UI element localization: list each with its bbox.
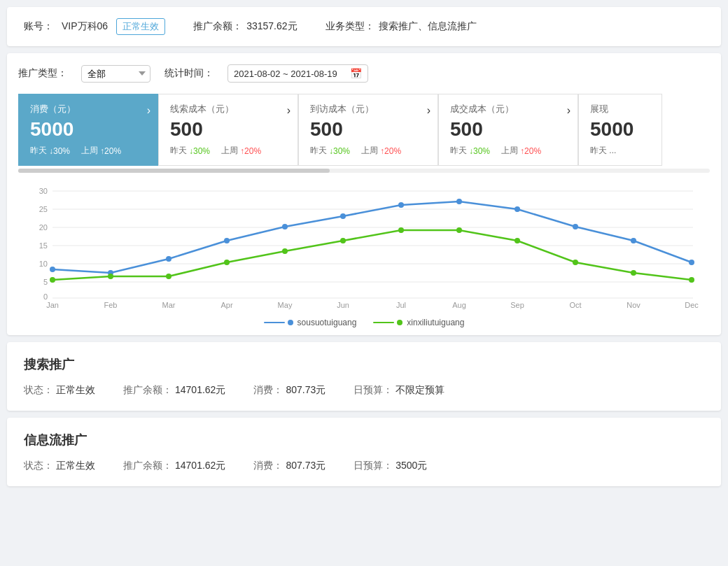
tile-arrow-lead-cost[interactable]: › — [287, 104, 290, 117]
tile-arrow-deal-cost[interactable]: › — [567, 104, 570, 117]
promo-type-label: 推广类型： — [18, 67, 67, 80]
chart-line-search — [52, 201, 692, 273]
biz-value: 搜索推广、信息流推广 — [379, 20, 477, 33]
search-promo-title: 搜索推广 — [24, 356, 704, 373]
chart-dot-search-oct — [573, 224, 578, 229]
stat-tile-impression[interactable]: 展现 5000 昨天 ... — [578, 94, 662, 166]
legend-item-search: sousuotuiguang — [264, 318, 357, 327]
chart-dot-info-mar — [166, 274, 172, 279]
date-input[interactable] — [234, 69, 346, 79]
chart-dot-search-dec — [689, 260, 694, 265]
chart-dot-info-apr — [224, 260, 230, 265]
account-balance-section: 推广余额： 33157.62元 — [193, 20, 297, 33]
info-promo-balance-value: 14701.62元 — [175, 460, 225, 472]
chart-dot-info-oct — [573, 260, 578, 265]
chart-dot-search-apr — [224, 238, 230, 243]
chart-dot-info-may — [282, 248, 288, 254]
legend-label-info: xinxiliutuiguang — [407, 318, 464, 327]
info-promo-budget-value: 3500元 — [396, 460, 427, 472]
svg-text:Apr: Apr — [220, 301, 232, 309]
search-promo-spend: 消费： 807.73元 — [253, 384, 326, 397]
search-promo-balance-value: 14701.62元 — [175, 384, 225, 397]
tile-compare-lead-cost: 昨天 ↓30% 上周 ↑20% — [170, 145, 286, 157]
legend-line-info — [373, 322, 394, 323]
svg-text:Aug: Aug — [452, 301, 466, 309]
chart-dot-search-jan — [50, 267, 55, 272]
account-card: 账号： VIP万科06 正常生效 推广余额： 33157.62元 业务类型： 搜… — [7, 7, 721, 46]
legend-line-search — [264, 322, 285, 323]
stat-tile-lead-cost[interactable]: 线索成本（元） › 500 昨天 ↓30% 上周 ↑20% — [158, 94, 298, 166]
info-promo-info-row: 状态： 正常生效 推广余额： 14701.62元 消费： 807.73元 日预算… — [24, 460, 704, 472]
search-promo-balance: 推广余额： 14701.62元 — [123, 384, 225, 397]
search-promo-info-row: 状态： 正常生效 推广余额： 14701.62元 消费： 807.73元 日预算… — [24, 384, 704, 397]
compare-week-deal: 上周 ↑20% — [501, 145, 541, 157]
biz-label: 业务类型： — [326, 20, 374, 33]
chart-dot-info-feb — [108, 274, 113, 279]
search-promo-card: 搜索推广 状态： 正常生效 推广余额： 14701.62元 消费： 807.73… — [7, 342, 721, 411]
stat-tile-spend[interactable]: 消费（元） › 5000 昨天 ↓30% 上周 ↑20% — [18, 94, 158, 166]
svg-text:10: 10 — [39, 260, 48, 268]
svg-text:Jan: Jan — [46, 301, 59, 309]
chart-dot-search-jul — [398, 202, 404, 208]
search-promo-status-label: 状态： — [24, 384, 53, 397]
search-promo-budget: 日预算： 不限定预算 — [354, 384, 444, 397]
svg-text:May: May — [278, 301, 293, 309]
stat-tile-deal-cost[interactable]: 成交成本（元） › 500 昨天 ↓30% 上周 ↑20% — [438, 94, 578, 166]
info-promo-status: 状态： 正常生效 — [24, 460, 95, 472]
info-promo-budget: 日预算： 3500元 — [354, 460, 427, 472]
search-promo-budget-value: 不限定预算 — [396, 384, 444, 397]
balance-value: 33157.62元 — [246, 20, 297, 33]
tile-value-spend: 5000 — [30, 118, 146, 141]
chart-dot-search-jun — [340, 213, 346, 219]
tile-compare-impression: 昨天 ... — [590, 145, 650, 157]
date-input-wrapper[interactable]: 📅 — [227, 64, 368, 83]
chart-dot-info-sep — [514, 238, 520, 243]
tiles-scrollbar[interactable] — [18, 169, 710, 173]
promo-type-select[interactable]: 全部 搜索推广 信息流推广 — [81, 65, 150, 83]
tile-label-lead-cost: 线索成本（元） — [170, 103, 286, 115]
tiles-scrollbar-thumb — [18, 169, 330, 173]
stat-tile-visit-cost[interactable]: 到访成本（元） › 500 昨天 ↓30% 上周 ↑20% — [298, 94, 438, 166]
chart-area: 30 25 20 15 10 5 0 Jan Feb Mar — [18, 184, 710, 324]
info-promo-title: 信息流推广 — [24, 432, 704, 448]
svg-text:Nov: Nov — [626, 301, 640, 309]
chart-dot-info-jul — [398, 227, 404, 233]
chart-dot-search-nov — [631, 238, 636, 243]
tile-label-deal-cost: 成交成本（元） — [450, 103, 566, 115]
compare-yesterday-imp: 昨天 ... — [590, 145, 616, 157]
search-promo-balance-label: 推广余额： — [123, 384, 172, 397]
compare-week-visit: 上周 ↑20% — [361, 145, 401, 157]
info-promo-status-value: 正常生效 — [56, 460, 95, 472]
tile-value-visit-cost: 500 — [310, 118, 426, 141]
chart-dot-info-jun — [340, 238, 346, 243]
account-name: VIP万科06 — [62, 20, 108, 33]
tile-compare-deal-cost: 昨天 ↓30% 上周 ↑20% — [450, 145, 566, 157]
tile-label-visit-cost: 到访成本（元） — [310, 103, 426, 115]
svg-text:Mar: Mar — [162, 301, 176, 309]
tile-arrow-spend[interactable]: › — [147, 104, 150, 117]
legend-dot-search — [288, 320, 293, 325]
svg-text:30: 30 — [39, 187, 48, 195]
compare-yesterday-visit: 昨天 ↓30% — [310, 145, 350, 157]
tile-arrow-visit-cost[interactable]: › — [427, 104, 430, 117]
status-badge: 正常生效 — [116, 18, 165, 35]
info-promo-balance: 推广余额： 14701.62元 — [123, 460, 225, 472]
main-card: 推广类型： 全部 搜索推广 信息流推广 统计时间： 📅 消费（元） › 5000 — [7, 53, 721, 335]
account-name-section: 账号： VIP万科06 正常生效 — [24, 18, 165, 35]
chart-dot-info-aug — [456, 227, 462, 233]
chart-dot-search-may — [282, 224, 288, 229]
chart-svg: 30 25 20 15 10 5 0 Jan Feb Mar — [18, 184, 710, 310]
info-promo-budget-label: 日预算： — [354, 460, 393, 472]
search-promo-spend-label: 消费： — [253, 384, 283, 397]
svg-text:Jun: Jun — [337, 301, 349, 309]
chart-dot-search-aug — [456, 199, 462, 204]
search-promo-budget-label: 日预算： — [354, 384, 393, 397]
info-promo-card: 信息流推广 状态： 正常生效 推广余额： 14701.62元 消费： 807.7… — [7, 418, 721, 486]
chart-legend: sousuotuiguang xinxiliutuiguang — [18, 318, 710, 327]
compare-yesterday-lead: 昨天 ↓30% — [170, 145, 210, 157]
calendar-icon[interactable]: 📅 — [350, 68, 362, 79]
account-label: 账号： — [24, 20, 53, 33]
compare-yesterday-deal: 昨天 ↓30% — [450, 145, 490, 157]
svg-text:Feb: Feb — [104, 301, 118, 309]
compare-yesterday-spend: 昨天 ↓30% — [30, 145, 70, 157]
